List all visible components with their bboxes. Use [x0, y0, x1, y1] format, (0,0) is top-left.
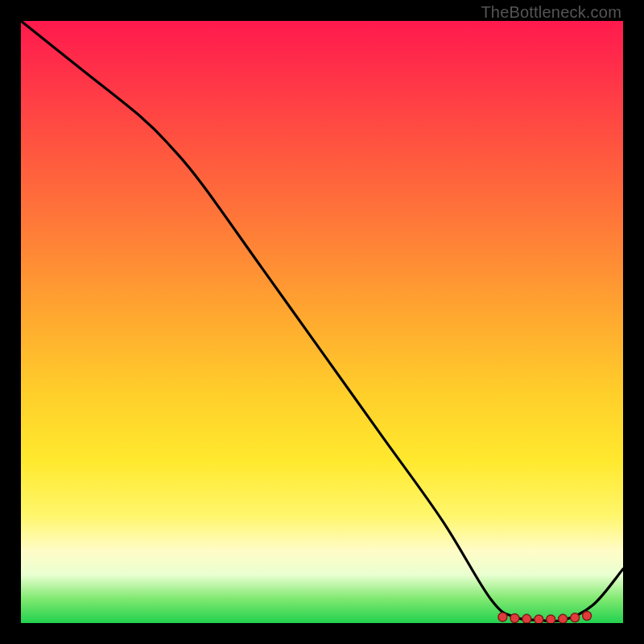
- chart-gradient-area: [21, 21, 623, 623]
- chart-stage: TheBottleneck.com: [0, 0, 644, 644]
- credit-watermark: TheBottleneck.com: [481, 3, 621, 22]
